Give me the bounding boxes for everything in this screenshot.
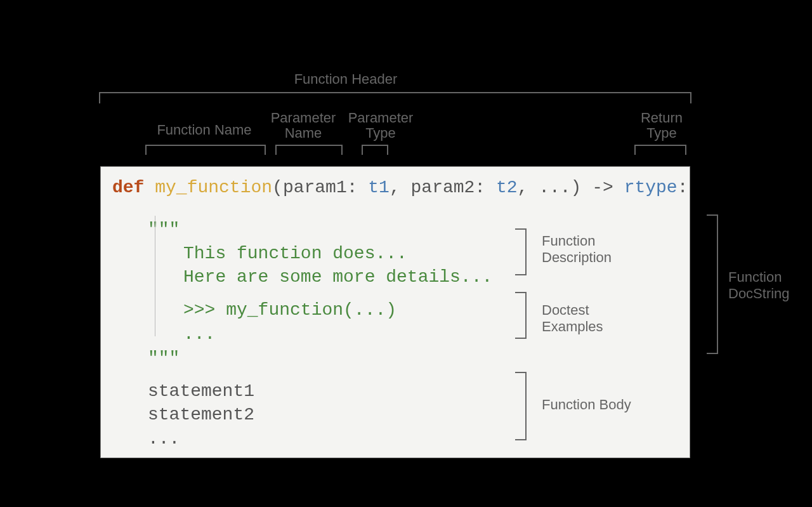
close-paren: ): [571, 178, 582, 197]
bracket-function-description: [515, 228, 527, 275]
label-function-name: Function Name: [147, 122, 261, 138]
label-line: DocString: [728, 286, 790, 301]
param2-type: t2: [496, 178, 518, 197]
comma: ,: [518, 178, 539, 197]
label-function-docstring: Function DocString: [728, 269, 790, 303]
docstring-vertical-guide: [155, 216, 155, 336]
bracket-return-type: [634, 145, 686, 155]
param2-name: param2: [411, 178, 475, 197]
arrow: ->: [581, 178, 624, 197]
label-line: Function: [542, 233, 595, 249]
param1-type: t1: [368, 178, 390, 197]
statement-line: ...: [112, 427, 678, 451]
label-function-description: Function Description: [542, 233, 612, 267]
label-line: Return: [641, 110, 683, 126]
colon: :: [475, 178, 496, 197]
label-line: Type: [365, 125, 396, 141]
code-header-line: def my_function(param1: t1, param2: t2, …: [112, 176, 678, 200]
keyword-def: def: [112, 178, 155, 197]
bracket-function-name: [145, 145, 266, 155]
label-doctest-examples: Doctest Examples: [542, 302, 603, 336]
colon: :: [347, 178, 369, 197]
docstring-desc-line: Here are some more details...: [112, 265, 678, 289]
label-line: Description: [542, 249, 612, 265]
end-colon: :: [678, 178, 688, 197]
label-line: Function: [728, 269, 782, 285]
label-return-type: Return Type: [633, 110, 690, 141]
label-line: Name: [285, 125, 322, 141]
bracket-function-header: [99, 92, 691, 103]
label-line: Examples: [542, 319, 603, 334]
function-name-token: my_function: [155, 178, 272, 197]
label-line: Parameter: [271, 110, 336, 126]
param1-name: param1: [283, 178, 347, 197]
label-function-body: Function Body: [542, 397, 631, 413]
docstring-close: """: [112, 346, 678, 371]
label-line: Parameter: [348, 110, 414, 126]
label-line: Type: [646, 125, 677, 141]
bracket-parameter-name: [275, 145, 343, 155]
open-paren: (: [272, 178, 283, 197]
bracket-doctest-examples: [515, 292, 527, 339]
return-type-token: rtype: [624, 178, 678, 197]
params-ellipsis: ...: [539, 178, 570, 197]
label-function-header: Function Header: [0, 71, 691, 88]
bracket-parameter-type: [362, 145, 388, 155]
label-parameter-name: Parameter Name: [265, 110, 341, 141]
comma: ,: [390, 178, 411, 197]
label-parameter-type: Parameter Type: [343, 110, 419, 141]
bracket-function-docstring: [707, 214, 718, 354]
bracket-function-body: [515, 372, 527, 440]
label-line: Doctest: [542, 302, 589, 318]
